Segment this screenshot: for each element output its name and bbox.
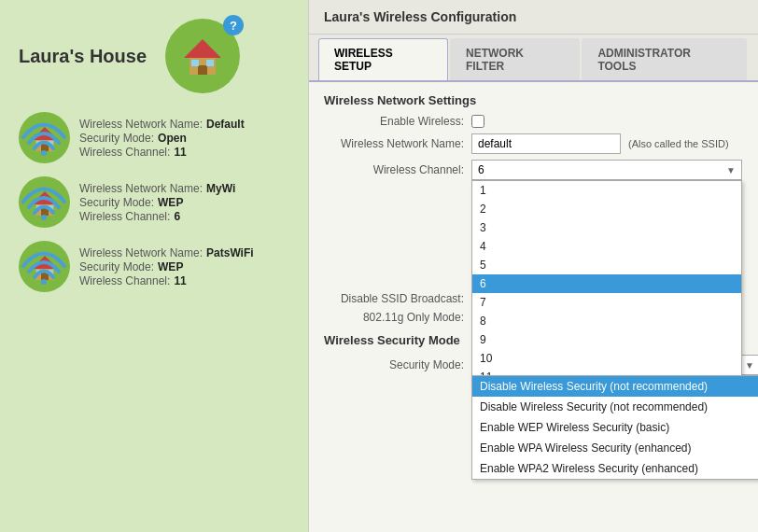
channel-option-3[interactable]: 3 [472,218,741,237]
security-option-1[interactable]: Disable Wireless Security (not recommend… [472,397,758,417]
net-info-1: Wireless Network Name: MyWi Security Mod… [79,182,235,223]
security-option-2[interactable]: Enable WEP Wireless Security (basic) [472,417,758,438]
channel-dropdown-container: 6 ▼ 1 2 3 4 5 6 7 8 9 10 11 [471,160,742,180]
net-security-value-1: WEP [158,196,183,209]
channel-label: Wireless Channel: [324,163,464,176]
house-title: Laura's House [19,46,147,67]
channel-option-8[interactable]: 8 [472,312,741,330]
tab-wireless-setup[interactable]: WIRELESS SETUP [318,38,448,80]
channel-option-6[interactable]: 6 [472,274,741,293]
channel-dropdown-arrow[interactable]: ▼ [726,165,736,175]
enable-wireless-checkbox[interactable] [471,115,484,128]
net-name-value-2: PatsWiFi [206,246,254,259]
security-option-3[interactable]: Enable WPA Wireless Security (enhanced) [472,438,758,458]
mode-label: 802.11g Only Mode: [324,311,464,324]
security-option-0[interactable]: Disable Wireless Security (not recommend… [472,376,758,397]
net-channel-value-2: 11 [174,274,186,287]
svg-marker-13 [32,191,58,204]
svg-marker-19 [32,256,58,269]
channel-option-4[interactable]: 4 [472,237,741,256]
net-security-label-1: Security Mode: [79,196,154,209]
net-security-value-0: Open [158,132,187,145]
net-name-value-0: Default [206,118,245,131]
network-name-control: (Also called the SSID) [471,133,743,154]
net-name-label-2: Wireless Network Name: [79,246,203,259]
enable-wireless-label: Enable Wireless: [324,115,464,128]
net-circle-0 [19,112,70,163]
net-circle-1 [19,176,70,228]
right-panel: Laura's Wireless Configuration WIRELESS … [308,0,758,532]
network-name-input[interactable] [471,133,621,154]
network-name-row: Wireless Network Name: (Also called the … [324,133,743,154]
channel-option-9[interactable]: 9 [472,330,741,349]
net-channel-label-0: Wireless Channel: [79,146,170,159]
net-name-label-0: Wireless Network Name: [79,118,203,131]
svg-rect-3 [191,60,199,66]
ssid-broadcast-label: Disable SSID Broadcast: [324,292,464,305]
network-name-label: Wireless Network Name: [324,137,464,150]
enable-wireless-row: Enable Wireless: [324,115,743,128]
svg-rect-2 [198,65,207,75]
tab-network-filter[interactable]: NETWORK FILTER [450,38,580,80]
net-name-row-2: Wireless Network Name: PatsWiFi [79,246,254,259]
channel-option-5[interactable]: 5 [472,256,741,274]
security-option-4[interactable]: Enable WPA2 Wireless Security (enhanced) [472,458,758,479]
svg-rect-8 [41,144,49,151]
net-icon-wrap-1 [19,176,70,228]
svg-rect-9 [36,141,41,146]
svg-rect-20 [41,273,49,280]
net-icon-wrap-2 [19,241,70,292]
enable-wireless-control [471,115,743,128]
house-header: Laura's House ? [19,19,289,93]
net-channel-value-1: 6 [174,210,180,223]
security-dropdown-list: Disable Wireless Security (not recommend… [471,375,758,480]
channel-option-10[interactable]: 10 [472,349,741,368]
svg-rect-4 [206,60,214,66]
info-badge[interactable]: ? [223,15,244,35]
net-security-row-2: Security Mode: WEP [79,260,254,273]
network-item-2: Wireless Network Name: PatsWiFi Security… [19,241,289,292]
panel-content: Wireless Network Settings Enable Wireles… [309,82,758,532]
net-channel-label-1: Wireless Channel: [79,210,170,223]
net-channel-row-2: Wireless Channel: 11 [79,274,254,287]
svg-rect-14 [41,208,49,216]
svg-rect-16 [49,205,53,210]
svg-marker-7 [32,127,58,140]
section1-title: Wireless Network Settings [324,93,743,107]
net-info-0: Wireless Network Name: Default Security … [79,118,245,159]
network-list: Wireless Network Name: Default Security … [19,112,289,292]
net-icon-wrap-0 [19,112,70,163]
channel-dropdown-list: 1 2 3 4 5 6 7 8 9 10 11 [471,180,742,387]
net-security-label-0: Security Mode: [79,132,154,145]
channel-dropdown-selected[interactable]: 6 ▼ [471,160,742,180]
net-house-svg-2 [28,250,62,284]
channel-selected-value: 6 [478,163,484,176]
net-name-row-1: Wireless Network Name: MyWi [79,182,235,195]
channel-control: 6 ▼ 1 2 3 4 5 6 7 8 9 10 11 [471,160,743,180]
security-mode-label: Security Mode: [324,358,464,371]
net-channel-label-2: Wireless Channel: [79,274,170,287]
svg-rect-22 [49,270,53,274]
svg-marker-1 [184,39,221,58]
security-dropdown-arrow[interactable]: ▼ [745,360,754,371]
net-info-2: Wireless Network Name: PatsWiFi Security… [79,246,254,287]
net-name-value-1: MyWi [206,182,235,195]
panel-title: Laura's Wireless Configuration [309,0,758,35]
svg-rect-15 [36,205,41,210]
house-icon-wrap: ? [165,19,240,93]
tabs-bar: WIRELESS SETUP NETWORK FILTER ADMINISTRA… [309,35,758,82]
tab-administrator-tools[interactable]: ADMINISTRATOR TOOLS [582,38,747,80]
channel-option-7[interactable]: 7 [472,293,741,312]
net-house-svg-1 [28,186,62,219]
net-name-row-0: Wireless Network Name: Default [79,118,245,131]
net-channel-value-0: 11 [174,146,186,159]
net-circle-2 [19,241,70,292]
svg-rect-10 [49,141,53,146]
channel-option-2[interactable]: 2 [472,200,741,218]
channel-option-1[interactable]: 1 [472,181,741,200]
svg-rect-21 [36,270,41,274]
net-security-label-2: Security Mode: [79,260,154,273]
net-channel-row-0: Wireless Channel: 11 [79,146,245,159]
network-name-hint: (Also called the SSID) [628,138,729,149]
net-house-svg-0 [28,121,62,155]
